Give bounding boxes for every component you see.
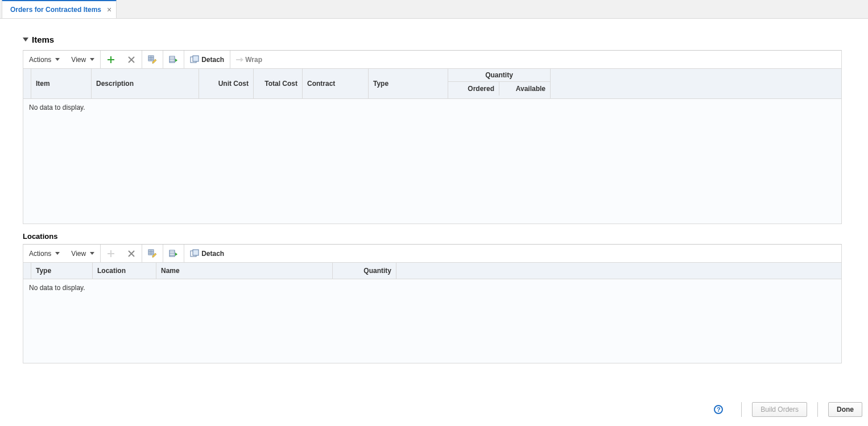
col-type[interactable]: Type: [31, 263, 93, 279]
svg-rect-4: [148, 250, 154, 255]
col-contract[interactable]: Contract: [303, 69, 369, 98]
delete-button[interactable]: [121, 51, 142, 68]
locations-panel: Actions View: [23, 244, 842, 363]
detach-label: Detach: [201, 250, 224, 258]
detach-icon: [190, 249, 199, 258]
grid-edit-icon: [148, 249, 157, 258]
items-toolbar: Actions View: [23, 51, 841, 69]
help-icon[interactable]: ?: [714, 405, 723, 414]
items-panel: Actions View: [23, 50, 842, 224]
chevron-down-icon: [90, 58, 94, 61]
grid-edit-icon: [148, 55, 157, 64]
svg-rect-3: [193, 56, 199, 61]
footer: ? Build Orders Done: [0, 393, 868, 426]
detach-button[interactable]: Detach: [184, 51, 230, 68]
detach-icon: [190, 55, 199, 64]
svg-rect-7: [193, 250, 199, 255]
col-quantity-group: Quantity: [448, 69, 550, 82]
export-button[interactable]: [163, 51, 184, 68]
items-table-body: No data to display.: [23, 98, 841, 224]
divider: [741, 402, 742, 417]
button-label: Done: [837, 406, 854, 413]
locations-table-body: No data to display.: [23, 279, 841, 363]
col-item[interactable]: Item: [31, 69, 92, 98]
divider: [817, 402, 818, 417]
empty-message: No data to display.: [29, 284, 85, 292]
menu-label: View: [71, 56, 86, 64]
plus-icon: [106, 55, 115, 64]
done-button[interactable]: Done: [828, 402, 862, 417]
items-actions-menu[interactable]: Actions: [23, 51, 65, 68]
wrap-button[interactable]: Wrap: [230, 51, 268, 68]
locations-table-header: Type Location Name Quantity: [23, 263, 841, 279]
menu-label: Actions: [29, 56, 51, 64]
chevron-down-icon: [90, 252, 94, 255]
col-available[interactable]: Available: [499, 82, 550, 96]
items-view-menu[interactable]: View: [65, 51, 100, 68]
items-title: Items: [32, 35, 54, 44]
detach-button[interactable]: Detach: [184, 245, 230, 262]
close-icon[interactable]: ×: [107, 6, 111, 14]
col-total-cost[interactable]: Total Cost: [254, 69, 303, 98]
edit-grid-button[interactable]: [142, 51, 163, 68]
collapse-icon: [23, 38, 28, 42]
col-location[interactable]: Location: [93, 263, 156, 279]
locations-actions-menu[interactable]: Actions: [23, 245, 65, 262]
tab-orders-contracted-items[interactable]: Orders for Contracted Items ×: [2, 0, 117, 18]
x-icon: [127, 249, 136, 258]
items-section-header[interactable]: Items: [23, 35, 862, 44]
svg-rect-0: [148, 56, 154, 61]
row-selector-header: [23, 69, 31, 98]
tab-label: Orders for Contracted Items: [10, 6, 101, 14]
empty-message: No data to display.: [29, 104, 85, 111]
tab-bar: Orders for Contracted Items ×: [0, 0, 868, 19]
col-ordered[interactable]: Ordered: [448, 82, 499, 96]
detach-label: Detach: [201, 56, 224, 64]
col-type[interactable]: Type: [369, 69, 448, 98]
row-selector-header: [23, 263, 31, 279]
menu-label: Actions: [29, 250, 51, 258]
plus-icon: [106, 249, 115, 258]
locations-title: Locations: [23, 232, 862, 241]
locations-toolbar: Actions View: [23, 245, 841, 263]
items-table-header: Item Description Unit Cost Total Cost Co…: [23, 69, 841, 98]
chevron-down-icon: [55, 252, 60, 255]
delete-button[interactable]: [121, 245, 142, 262]
export-icon: [169, 249, 178, 258]
col-description[interactable]: Description: [92, 69, 199, 98]
wrap-icon: [236, 57, 243, 63]
col-unit-cost[interactable]: Unit Cost: [199, 69, 254, 98]
content-scroll[interactable]: Items Actions View: [0, 19, 862, 393]
wrap-label: Wrap: [245, 56, 262, 64]
menu-label: View: [71, 250, 86, 258]
build-orders-button[interactable]: Build Orders: [752, 402, 807, 417]
edit-grid-button[interactable]: [142, 245, 163, 262]
x-icon: [127, 55, 136, 64]
locations-view-menu[interactable]: View: [65, 245, 100, 262]
button-label: Build Orders: [760, 406, 799, 413]
export-icon: [169, 55, 178, 64]
export-button[interactable]: [163, 245, 184, 262]
add-button[interactable]: [101, 51, 121, 68]
chevron-down-icon: [55, 58, 60, 61]
add-button[interactable]: [101, 245, 121, 262]
col-quantity[interactable]: Quantity: [333, 263, 396, 279]
col-name[interactable]: Name: [156, 263, 333, 279]
